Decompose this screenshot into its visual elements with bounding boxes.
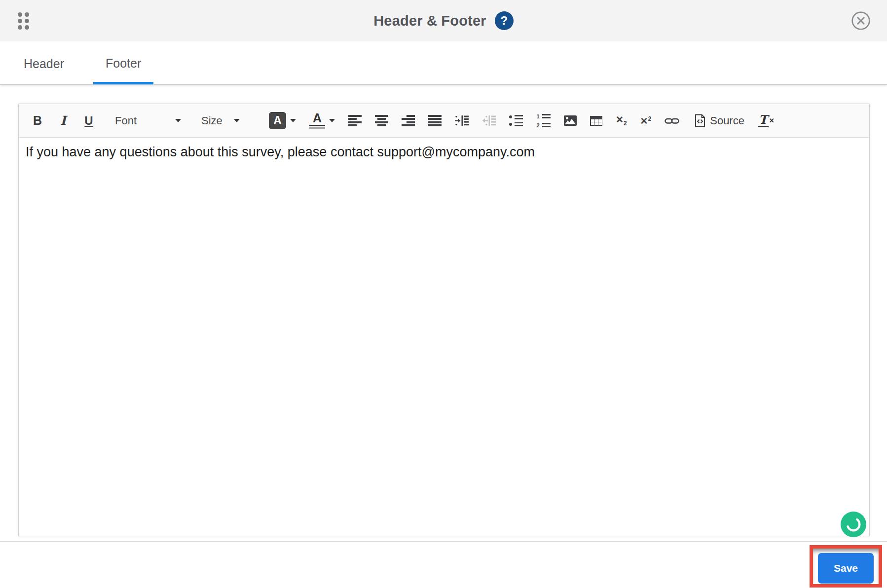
justify-button[interactable] bbox=[428, 110, 442, 132]
subscript-icon: ✕2 bbox=[616, 115, 627, 126]
align-right-button[interactable] bbox=[402, 110, 415, 132]
numbered-list-icon: 1 2 bbox=[536, 113, 551, 128]
title-group: Header & Footer ? bbox=[373, 11, 514, 30]
save-button[interactable]: Save bbox=[818, 553, 874, 584]
outdent-icon bbox=[482, 115, 496, 126]
chevron-down-icon bbox=[234, 119, 240, 122]
drag-handle-icon[interactable] bbox=[18, 12, 29, 30]
font-dropdown-label: Font bbox=[115, 114, 137, 127]
source-button[interactable]: Source bbox=[695, 110, 744, 132]
insert-table-button[interactable] bbox=[590, 110, 602, 132]
outdent-button[interactable] bbox=[482, 110, 496, 132]
align-center-button[interactable] bbox=[375, 110, 388, 132]
indent-icon bbox=[455, 115, 469, 126]
rich-text-editor: B I U Font Size A A bbox=[18, 104, 870, 536]
source-button-label: Source bbox=[710, 114, 744, 127]
subscript-button[interactable]: ✕2 bbox=[616, 110, 627, 132]
link-icon bbox=[665, 115, 679, 126]
background-color-icon: A bbox=[309, 112, 325, 129]
bullet-list-icon bbox=[509, 115, 523, 126]
editor-content-area[interactable]: If you have any questions about this sur… bbox=[19, 138, 869, 536]
source-document-icon bbox=[695, 114, 705, 127]
editor-toolbar: B I U Font Size A A bbox=[19, 104, 869, 138]
size-dropdown[interactable]: Size bbox=[198, 110, 243, 132]
modal-header: Header & Footer ? bbox=[0, 0, 887, 41]
remove-format-button[interactable]: T ✕ bbox=[758, 110, 775, 132]
align-left-button[interactable] bbox=[348, 110, 362, 132]
justify-icon bbox=[428, 115, 442, 126]
size-dropdown-label: Size bbox=[201, 114, 222, 127]
close-icon[interactable] bbox=[851, 11, 871, 31]
italic-button[interactable]: I bbox=[54, 110, 73, 132]
editor-text: If you have any questions about this sur… bbox=[26, 145, 535, 159]
superscript-icon: ✕2 bbox=[640, 116, 652, 126]
chevron-down-icon bbox=[175, 119, 181, 122]
text-color-button[interactable]: A bbox=[269, 110, 296, 132]
image-icon bbox=[564, 115, 577, 126]
background-color-button[interactable]: A bbox=[309, 110, 335, 132]
chevron-down-icon bbox=[329, 119, 335, 122]
indent-button[interactable] bbox=[455, 110, 469, 132]
align-right-icon bbox=[402, 115, 415, 126]
bullet-list-button[interactable] bbox=[509, 110, 523, 132]
tab-header[interactable]: Header bbox=[24, 57, 64, 84]
modal-body: B I U Font Size A A bbox=[0, 104, 887, 588]
page-title: Header & Footer bbox=[373, 13, 486, 29]
feedback-smiley-icon[interactable] bbox=[841, 512, 866, 537]
underline-button[interactable]: U bbox=[79, 110, 99, 132]
superscript-button[interactable]: ✕2 bbox=[640, 110, 652, 132]
align-center-icon bbox=[375, 115, 388, 126]
modal-footer: Save bbox=[0, 542, 887, 588]
tab-bar: Header Footer bbox=[0, 41, 887, 85]
font-dropdown[interactable]: Font bbox=[112, 110, 184, 132]
tab-footer[interactable]: Footer bbox=[93, 56, 153, 84]
help-icon[interactable]: ? bbox=[495, 11, 514, 30]
insert-image-button[interactable] bbox=[564, 110, 577, 132]
table-icon bbox=[590, 116, 602, 126]
align-left-icon bbox=[348, 115, 362, 126]
link-button[interactable] bbox=[665, 110, 679, 132]
bold-button[interactable]: B bbox=[28, 110, 47, 132]
numbered-list-button[interactable]: 1 2 bbox=[536, 110, 551, 132]
chevron-down-icon bbox=[290, 119, 296, 122]
remove-format-icon: T bbox=[758, 114, 769, 127]
save-highlight-annotation: Save bbox=[810, 545, 882, 588]
text-color-icon: A bbox=[269, 112, 286, 129]
